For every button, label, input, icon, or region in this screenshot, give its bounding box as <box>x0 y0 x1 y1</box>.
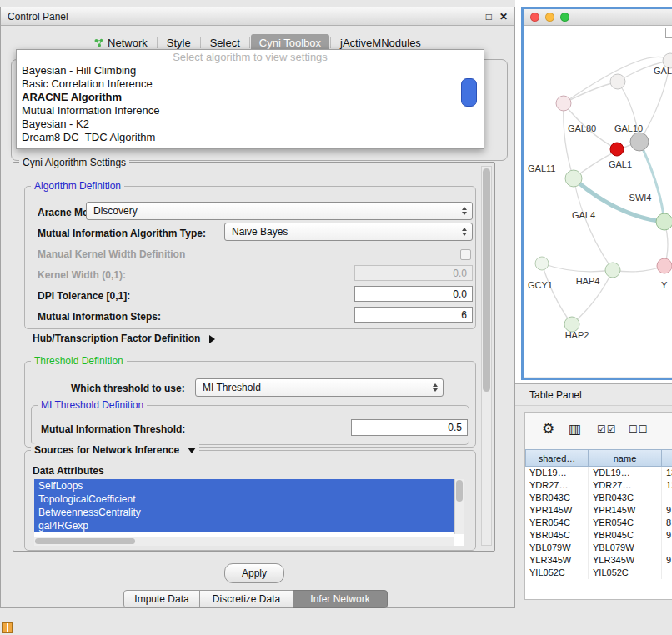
algorithm-option[interactable]: Mutual Information Inference <box>17 104 484 118</box>
table-cell[interactable]: 9… <box>662 554 672 567</box>
network-node[interactable] <box>610 142 624 156</box>
dpi-tolerance-field[interactable]: 0.0 <box>354 286 473 302</box>
apply-button[interactable]: Apply <box>224 563 284 583</box>
network-edge[interactable] <box>564 82 618 103</box>
network-node[interactable] <box>535 257 549 270</box>
column-header-extra[interactable] <box>662 449 672 467</box>
manual-kernel-checkbox[interactable] <box>460 249 471 260</box>
select-all-checkboxes-icon[interactable]: ☑☑ <box>597 423 617 435</box>
hub-section-toggle[interactable]: Hub/Transcription Factor Definition <box>33 332 215 344</box>
table-row[interactable]: YDR27…YDR27…12… <box>525 479 672 492</box>
traffic-light-close[interactable] <box>530 12 539 22</box>
table-row[interactable]: YLR345WYLR345W9… <box>525 554 672 567</box>
mi-type-select[interactable]: Naive Bayes <box>224 222 473 241</box>
overview-toggle[interactable] <box>665 28 672 38</box>
network-window-titlebar[interactable] <box>524 9 672 26</box>
which-threshold-select[interactable]: MI Threshold <box>195 378 444 397</box>
attributes-horizontal-thumb[interactable] <box>35 538 135 544</box>
network-edge[interactable] <box>542 263 613 272</box>
taskbar-table-icon[interactable] <box>2 622 13 633</box>
table-cell[interactable] <box>662 492 672 504</box>
algorithm-option[interactable]: Basic Correlation Inference <box>17 78 484 91</box>
control-panel-titlebar[interactable]: Control Panel □ ✕ <box>1 8 514 26</box>
float-window-icon[interactable]: □ <box>486 12 492 22</box>
attribute-list-item[interactable]: BetweennessCentrality <box>34 506 454 519</box>
bottom-tab-impute-data[interactable]: Impute Data <box>123 590 200 608</box>
table-row[interactable]: YDL19…YDL19…13… <box>525 467 672 479</box>
table-cell[interactable]: 12… <box>662 479 672 492</box>
mi-steps-field[interactable]: 6 <box>354 307 473 322</box>
mi-threshold-field[interactable]: 0.5 <box>351 419 468 436</box>
network-node[interactable] <box>605 262 620 278</box>
table-cell[interactable]: YBR045C <box>589 529 662 542</box>
attribute-list-item[interactable]: SelfLoops <box>34 479 454 492</box>
table-row[interactable]: YER054CYER054C8… <box>525 517 672 529</box>
traffic-light-minimize[interactable] <box>545 12 554 22</box>
table-row[interactable]: YBR045CYBR045C9… <box>525 529 672 542</box>
columns-icon[interactable]: ▥ <box>569 421 581 437</box>
table-cell[interactable]: YPR145W <box>589 504 662 517</box>
bottom-tab-discretize-data[interactable]: Discretize Data <box>199 590 293 608</box>
expand-arrow-icon[interactable] <box>209 335 215 343</box>
attributes-horizontal-scrollbar[interactable] <box>34 537 454 546</box>
table-cell[interactable]: YPR145W <box>525 504 589 517</box>
network-edge[interactable] <box>542 263 572 324</box>
close-window-icon[interactable]: ✕ <box>499 12 508 22</box>
bottom-tab-infer-network[interactable]: Infer Network <box>293 590 388 608</box>
network-node[interactable] <box>657 258 672 273</box>
attributes-vertical-thumb[interactable] <box>456 480 463 502</box>
help-button[interactable] <box>461 78 477 107</box>
table-row[interactable]: YPR145WYPR145W9… <box>525 504 672 517</box>
table-cell[interactable]: YLR345W <box>525 554 589 567</box>
table-row[interactable]: YBL079WYBL079W <box>525 542 672 554</box>
attributes-vertical-scrollbar[interactable] <box>454 479 464 534</box>
table-cell[interactable] <box>662 542 672 554</box>
table-cell[interactable]: YIL052C <box>589 567 662 579</box>
column-header-name[interactable]: name <box>589 449 662 467</box>
network-canvas[interactable]: GALGAL80GAL10GAL11GAL1SWI4GAL4GCY1HAP4YH… <box>524 26 672 377</box>
table-cell[interactable]: YBL079W <box>525 542 589 554</box>
traffic-light-zoom[interactable] <box>560 12 569 22</box>
table-cell[interactable]: YDR27… <box>525 479 589 492</box>
table-cell[interactable]: 13… <box>662 467 672 479</box>
settings-scrollbar-thumb[interactable] <box>483 168 490 392</box>
table-cell[interactable]: YBR045C <box>525 529 589 542</box>
network-node[interactable] <box>630 132 649 151</box>
sources-group-toggle[interactable]: Sources for Network Inference <box>31 444 199 456</box>
aracne-mode-select[interactable]: Discovery <box>86 202 473 220</box>
table-cell[interactable] <box>662 567 672 579</box>
collapse-arrow-icon[interactable] <box>188 448 196 453</box>
network-node[interactable] <box>610 74 625 89</box>
deselect-all-checkboxes-icon[interactable]: ☐☐ <box>629 423 649 435</box>
algorithm-option[interactable]: Bayesian - K2 <box>17 118 484 131</box>
attribute-list-item[interactable]: gal4RGexp <box>34 519 454 532</box>
algorithm-option[interactable]: Dream8 DC_TDC Algorithm <box>17 131 484 144</box>
network-node[interactable] <box>656 213 672 230</box>
data-attributes-list: SelfLoopsTopologicalCoefficientBetweenne… <box>34 479 464 546</box>
settings-scrollbar[interactable] <box>481 166 492 546</box>
table-cell[interactable]: YLR345W <box>589 554 662 567</box>
table-cell[interactable]: YIL052C <box>525 567 589 579</box>
table-cell[interactable]: YBR043C <box>589 492 662 504</box>
table-cell[interactable]: YDL19… <box>589 467 662 479</box>
table-cell[interactable]: 9… <box>662 529 672 542</box>
column-header-shared[interactable]: shared… <box>525 449 589 467</box>
table-cell[interactable]: YDL19… <box>525 467 589 479</box>
network-edge[interactable] <box>564 103 574 178</box>
network-node[interactable] <box>565 170 582 187</box>
table-row[interactable]: YBR043CYBR043C <box>525 492 672 504</box>
table-cell[interactable]: 8… <box>662 517 672 529</box>
table-row[interactable]: YIL052CYIL052C <box>525 567 672 579</box>
table-cell[interactable]: YBL079W <box>589 542 662 554</box>
algorithm-option[interactable]: ARACNE Algorithm <box>17 91 484 104</box>
table-cell[interactable]: YER054C <box>589 517 662 529</box>
network-node[interactable] <box>556 96 571 111</box>
table-cell[interactable]: 9… <box>662 504 672 517</box>
gear-icon[interactable]: ⚙ <box>542 420 554 438</box>
table-cell[interactable]: YBR043C <box>525 492 589 504</box>
attribute-list-item[interactable]: TopologicalCoefficient <box>34 492 454 506</box>
table-cell[interactable]: YDR27… <box>589 479 662 492</box>
algorithm-option[interactable]: Bayesian - Hill Climbing <box>17 64 484 78</box>
table-cell[interactable]: YER054C <box>525 517 589 529</box>
network-edge[interactable] <box>639 142 664 222</box>
